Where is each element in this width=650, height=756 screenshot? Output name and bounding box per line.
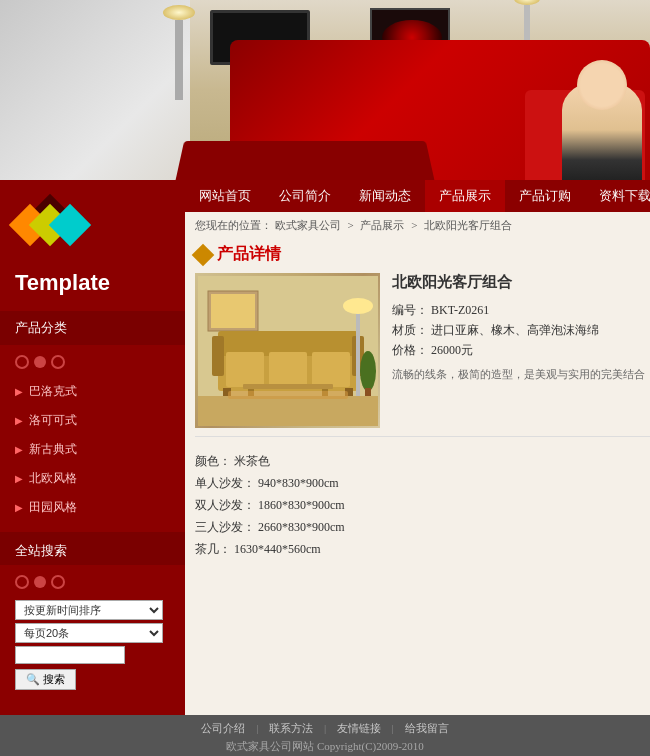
arrow-icon: ▶ bbox=[15, 473, 23, 484]
footer-link-message[interactable]: 给我留言 bbox=[405, 722, 449, 734]
product-price-label: 价格： bbox=[392, 343, 428, 357]
product-detail-header: 产品详情 bbox=[185, 239, 650, 273]
sidebar-item-nordic[interactable]: ▶ 北欧风格 bbox=[0, 464, 185, 493]
spec3-value: 2660*830*900cm bbox=[258, 520, 345, 534]
product-code-value: BKT-Z0261 bbox=[431, 303, 489, 317]
footer-sep2: | bbox=[324, 722, 326, 734]
product-desc-box: 北欧阳光客厅组合 编号： BKT-Z0261 材质： 进口亚麻、橡木、高弹泡沫海… bbox=[392, 273, 650, 428]
sidebar-item-neoclassical[interactable]: ▶ 新古典式 bbox=[0, 435, 185, 464]
sidebar: Template 产品分类 ▶ 巴洛克式 ▶ 洛可可式 ▶ 新古典式 ▶ 北欧风… bbox=[0, 180, 185, 715]
breadcrumb-home[interactable]: 欧式家具公司 bbox=[275, 219, 341, 231]
spec1-value: 940*830*900cm bbox=[258, 476, 339, 490]
product-code-line: 编号： BKT-Z0261 bbox=[392, 300, 650, 320]
logo-diamonds bbox=[15, 195, 90, 255]
search-input[interactable] bbox=[15, 646, 125, 664]
nav-download[interactable]: 资料下载 bbox=[585, 180, 650, 212]
product-price-line: 价格： 26000元 bbox=[392, 340, 650, 360]
product-info-row: 北欧阳光客厅组合 编号： BKT-Z0261 材质： 进口亚麻、橡木、高弹泡沫海… bbox=[185, 273, 650, 428]
search-button[interactable]: 🔍 搜索 bbox=[15, 669, 76, 690]
color-spec: 颜色： 米茶色 bbox=[195, 450, 650, 472]
main-container: Template 产品分类 ▶ 巴洛克式 ▶ 洛可可式 ▶ 新古典式 ▶ 北欧风… bbox=[0, 180, 650, 715]
dot-3 bbox=[51, 355, 65, 369]
content-area: 网站首页 公司简介 新闻动态 产品展示 产品订购 资料下载 人才招聘 您现在的位… bbox=[185, 180, 650, 715]
dot-4 bbox=[15, 575, 29, 589]
spec4-value: 1630*440*560cm bbox=[234, 542, 321, 556]
svg-rect-16 bbox=[356, 306, 360, 396]
sidebar-item-label: 田园风格 bbox=[29, 499, 77, 516]
arrow-icon: ▶ bbox=[15, 415, 23, 426]
svg-rect-9 bbox=[269, 352, 307, 387]
breadcrumb-prefix: 您现在的位置： bbox=[195, 219, 272, 231]
spec2-label: 双人沙发： bbox=[195, 498, 255, 512]
dot-2 bbox=[34, 356, 46, 368]
product-img-inner bbox=[195, 273, 380, 428]
product-price-value: 26000元 bbox=[431, 343, 473, 357]
search-dots bbox=[0, 570, 185, 597]
sidebar-item-label: 北欧风格 bbox=[29, 470, 77, 487]
svg-point-18 bbox=[360, 351, 376, 391]
sidebar-search-section: 全站搜索 bbox=[0, 532, 185, 565]
product-section-title: 产品详情 bbox=[217, 244, 281, 265]
search-icon: 🔍 bbox=[26, 673, 40, 686]
product-code-label: 编号： bbox=[392, 303, 428, 317]
sidebar-item-pastoral[interactable]: ▶ 田园风格 bbox=[0, 493, 185, 522]
breadcrumb: 您现在的位置： 欧式家具公司 > 产品展示 > 北欧阳光客厅组合 bbox=[185, 212, 650, 239]
arrow-icon: ▶ bbox=[15, 502, 23, 513]
nav-about[interactable]: 公司简介 bbox=[265, 180, 345, 212]
product-image bbox=[195, 273, 380, 428]
count-select[interactable]: 每页20条 每页10条 每页50条 bbox=[15, 623, 163, 643]
arrow-icon: ▶ bbox=[15, 444, 23, 455]
breadcrumb-level2[interactable]: 产品展示 bbox=[360, 219, 404, 231]
breadcrumb-sep1: > bbox=[348, 219, 357, 231]
sidebar-item-label: 新古典式 bbox=[29, 441, 77, 458]
svg-rect-6 bbox=[212, 336, 224, 376]
dot-5 bbox=[34, 576, 46, 588]
nav-news[interactable]: 新闻动态 bbox=[345, 180, 425, 212]
dot-6 bbox=[51, 575, 65, 589]
product-name: 北欧阳光客厅组合 bbox=[392, 273, 650, 292]
sidebar-logo bbox=[0, 180, 185, 265]
nav-bar: 网站首页 公司简介 新闻动态 产品展示 产品订购 资料下载 人才招聘 bbox=[185, 180, 650, 212]
sidebar-dots bbox=[0, 350, 185, 377]
footer-link-about[interactable]: 公司介绍 bbox=[201, 722, 245, 734]
spec4: 茶几： 1630*440*560cm bbox=[195, 538, 650, 560]
banner-lamp-left bbox=[175, 20, 183, 100]
nav-home[interactable]: 网站首页 bbox=[185, 180, 265, 212]
product-svg bbox=[198, 276, 378, 426]
banner-baby bbox=[562, 80, 642, 180]
product-material-label: 材质： bbox=[392, 323, 428, 337]
arrow-icon: ▶ bbox=[15, 386, 23, 397]
nav-products[interactable]: 产品展示 bbox=[425, 180, 505, 212]
spec2-value: 1860*830*900cm bbox=[258, 498, 345, 512]
product-tagline: 流畅的线条，极简的造型，是美观与实用的完美结合 bbox=[392, 366, 650, 382]
spec2: 双人沙发： 1860*830*900cm bbox=[195, 494, 650, 516]
product-material-value: 进口亚麻、橡木、高弹泡沫海绵 bbox=[431, 323, 599, 337]
footer-sep3: | bbox=[392, 722, 394, 734]
svg-point-17 bbox=[343, 298, 373, 314]
spec3-label: 三人沙发： bbox=[195, 520, 255, 534]
sidebar-item-baroque[interactable]: ▶ 巴洛克式 bbox=[0, 377, 185, 406]
breadcrumb-sep2: > bbox=[411, 219, 420, 231]
footer-copyright: 欧式家具公司网站 Copyright(C)2009-2010 bbox=[0, 739, 650, 754]
nav-order[interactable]: 产品订购 bbox=[505, 180, 585, 212]
spec1: 单人沙发： 940*830*900cm bbox=[195, 472, 650, 494]
svg-rect-20 bbox=[228, 391, 348, 399]
sort-select[interactable]: 按更新时间排序 按价格排序 按热度排序 bbox=[15, 600, 163, 620]
dot-1 bbox=[15, 355, 29, 369]
content-divider bbox=[195, 436, 650, 437]
product-section-icon bbox=[192, 243, 215, 266]
footer-sep1: | bbox=[256, 722, 258, 734]
product-material-line: 材质： 进口亚麻、橡木、高弹泡沫海绵 bbox=[392, 320, 650, 340]
breadcrumb-current: 北欧阳光客厅组合 bbox=[424, 219, 512, 231]
specs-section: 颜色： 米茶色 单人沙发： 940*830*900cm 双人沙发： 1860*8… bbox=[185, 445, 650, 565]
svg-rect-3 bbox=[211, 294, 255, 328]
footer-link-contact[interactable]: 联系方法 bbox=[269, 722, 313, 734]
header-banner bbox=[0, 0, 650, 180]
spec3: 三人沙发： 2660*830*900cm bbox=[195, 516, 650, 538]
sidebar-brand-text: Template bbox=[0, 265, 185, 311]
sidebar-item-rococo[interactable]: ▶ 洛可可式 bbox=[0, 406, 185, 435]
sidebar-item-label: 巴洛克式 bbox=[29, 383, 77, 400]
spec1-label: 单人沙发： bbox=[195, 476, 255, 490]
svg-rect-0 bbox=[198, 396, 378, 426]
footer-link-friends[interactable]: 友情链接 bbox=[337, 722, 381, 734]
